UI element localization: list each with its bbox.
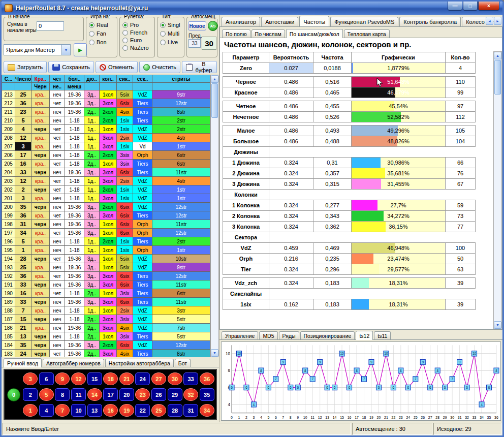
freq-probability-cell[interactable]: 0.324: [269, 264, 313, 275]
toolbar-clear-button[interactable]: Очистить: [139, 61, 180, 73]
spins-row[interactable]: 20516кра..чет1-182д..1кол3sixTiers6str: [2, 160, 210, 168]
freq-probability-cell[interactable]: 0.324: [269, 200, 313, 211]
chevron-down-icon[interactable]: ▼: [61, 45, 70, 55]
spins-scrollbar[interactable]: ▲ ▼: [210, 75, 219, 357]
board-number-3[interactable]: 3: [23, 372, 38, 385]
input-tab-3[interactable]: Бот: [175, 359, 191, 367]
freq-probability-cell[interactable]: 0.486: [269, 87, 313, 98]
titlebar[interactable]: HelperRoullet 8.7 - create helperroullet…: [2, 2, 502, 15]
freq-probability-cell[interactable]: 0.324: [269, 157, 313, 168]
spins-column-header[interactable]: стриты: [152, 75, 210, 83]
close-button[interactable]: ×: [478, 2, 499, 11]
spins-row[interactable]: 2094чернчет1-181д..1кол1sixVdZ2str: [2, 125, 210, 134]
ts-tab-5[interactable]: ts11: [374, 331, 391, 339]
roulette-radio-euro[interactable]: Euro: [122, 37, 149, 44]
board-number-31[interactable]: 31: [183, 404, 198, 417]
board-number-20[interactable]: 20: [119, 388, 134, 401]
freq-column-header[interactable]: Кол-во: [445, 52, 476, 63]
main-tab-1[interactable]: Автоставки: [261, 17, 298, 26]
spins-row[interactable]: 19016кра..чет1-182д..1кол3sixTiers6str: [2, 289, 210, 298]
toolbar-cancel-button[interactable]: Отменить: [96, 61, 138, 73]
freq-row[interactable]: 1 Колонка0.3240,27727,7%59: [223, 200, 492, 211]
spins-row[interactable]: 19133черннеч19-363д..3кол6sixTiers11str: [2, 280, 210, 289]
board-number-0[interactable]: 0: [7, 388, 20, 401]
spins-column-header[interactable]: С...: [2, 75, 15, 83]
freq-probability-cell[interactable]: 0.216: [269, 253, 313, 264]
board-number-17[interactable]: 17: [103, 388, 118, 401]
spins-scrollbar-thumb[interactable]: [211, 83, 218, 118]
spins-row[interactable]: 21236кра..чет19-363д..3кол6sixTiers12str: [2, 99, 210, 108]
spins-column-header[interactable]: сик..: [117, 75, 133, 83]
spins-row[interactable]: 18933черннеч19-363д..3кол6sixTiers11str: [2, 298, 210, 306]
toolbar-clipboard-button[interactable]: В буфер: [182, 61, 217, 73]
board-number-1[interactable]: 1: [23, 404, 38, 417]
type-radio-multi[interactable]: Multi: [160, 30, 180, 37]
board-number-7[interactable]: 7: [55, 404, 70, 417]
spins-column-header[interactable]: Число: [15, 75, 32, 83]
type-radio-singl[interactable]: Singl: [160, 21, 180, 28]
scroll-up-icon[interactable]: ▲: [494, 52, 501, 59]
freq-row[interactable]: 2 Колонка0.3240,34334,272%73: [223, 210, 492, 222]
main-tab-4[interactable]: Контроль банкролла: [399, 17, 461, 26]
spins-row[interactable]: 19936кра..чет19-363д..3кол6sixTiers12str: [2, 211, 210, 220]
spins-row[interactable]: 20617черннеч1-182д..2кол3sixOrph6str: [2, 151, 210, 160]
spins-row[interactable]: 1965кра..неч1-181д..2кол1sixTiers2str: [2, 237, 210, 246]
spins-row[interactable]: 18435черннеч19-363д..2кол6sixVdZ12str: [2, 341, 210, 350]
spins-row[interactable]: 21325кра..неч19-363д..1кол5sixVdZ9str: [2, 90, 210, 99]
game-radio-bon[interactable]: Bon: [89, 39, 108, 46]
board-number-6[interactable]: 6: [39, 372, 54, 385]
freq-probability-cell[interactable]: 0.486: [269, 136, 313, 147]
board-number-15[interactable]: 15: [87, 372, 102, 385]
freq-probability-cell[interactable]: 0.486: [269, 101, 313, 112]
spins-column-header[interactable]: сек..: [133, 75, 152, 83]
main-tab-3[interactable]: Функционал PsevdoMS: [330, 17, 398, 26]
freq-row[interactable]: 1six0.1620,18318,31%39: [223, 299, 492, 310]
board-number-29[interactable]: 29: [168, 388, 182, 401]
freq-row[interactable]: Orph0.2160,23523,474%50: [223, 253, 492, 264]
freq-row[interactable]: 3 Дюжина0.3240,31531,455%67: [223, 178, 492, 190]
board-number-26[interactable]: 26: [151, 388, 166, 401]
type-radio-live[interactable]: Live: [160, 39, 180, 46]
ts-tab-0[interactable]: Управление: [222, 331, 258, 339]
input-tab-1[interactable]: Автограббер номеров: [43, 359, 104, 367]
freq-probability-cell[interactable]: 0.324: [269, 178, 313, 190]
spins-row[interactable]: 18324чернчет19-362д..3кол4sixTiers8str: [2, 350, 210, 357]
freq-row[interactable]: 2 Дюжина0.3240,35735,681%76: [223, 168, 492, 179]
freq-row[interactable]: Нечетное0.4860,52652,582%112: [223, 111, 492, 122]
spins-row[interactable]: 1887кра..неч1-181д..1кол2sixVdZ3str: [2, 306, 210, 315]
spins-column-header[interactable]: чет: [50, 75, 65, 83]
spins-row[interactable]: 18715черннеч1-182д..3кол3sixVdZ5str: [2, 315, 210, 324]
freq-row[interactable]: 3 Колонка0.3240,36236,15%77: [223, 221, 492, 232]
board-number-14[interactable]: 14: [87, 388, 102, 401]
start-sum-input[interactable]: [37, 21, 64, 30]
play-button[interactable]: ►: [74, 43, 87, 56]
spins-row[interactable]: 19325кра..неч19-363д..1кол5sixVdZ9str: [2, 263, 210, 272]
freq-row[interactable]: Малое0.4860,49349,296%105: [223, 125, 492, 136]
scroll-down-icon[interactable]: ▼: [211, 349, 218, 357]
board-number-23[interactable]: 23: [135, 388, 150, 401]
freq-probability-cell[interactable]: 0.162: [269, 299, 313, 310]
roulette-radio-pro[interactable]: Pro: [122, 21, 149, 28]
board-number-10[interactable]: 10: [71, 404, 86, 417]
board-number-32[interactable]: 32: [183, 388, 198, 401]
as-badge[interactable]: AS: [208, 21, 218, 31]
freq-row[interactable]: Zero0.0270,01881,8779%4: [223, 63, 492, 74]
spins-row[interactable]: 2073кра..неч1-181д..3кол1sixVd1str: [2, 142, 210, 151]
freq-row[interactable]: Vdz_zch0.3240,18318,31%39: [223, 277, 492, 289]
freq-column-header[interactable]: Графически: [351, 52, 446, 63]
board-number-8[interactable]: 8: [55, 388, 70, 401]
board-number-30[interactable]: 30: [168, 372, 182, 385]
main-tab-2[interactable]: Частоты: [299, 16, 329, 27]
spins-row[interactable]: 20035черннеч19-363д..2кол6sixVdZ12str: [2, 203, 210, 211]
board-number-13[interactable]: 13: [87, 404, 102, 417]
ts-tab-4[interactable]: ts12: [356, 331, 373, 340]
ts-tab-2[interactable]: Ряды: [279, 331, 299, 339]
board-number-2[interactable]: 2: [23, 388, 38, 401]
tab-scroll-left-icon[interactable]: ◄: [486, 17, 493, 25]
freq-tab-2[interactable]: По шансам/дюж/кол: [286, 29, 343, 38]
board-number-24[interactable]: 24: [135, 372, 150, 385]
freq-probability-cell[interactable]: 0.324: [269, 221, 313, 232]
scroll-up-icon[interactable]: ▲: [211, 75, 218, 83]
frequencies-scrollbar-thumb[interactable]: [494, 60, 501, 95]
spins-row[interactable]: 20433черннеч19-363д..3кол6sixTiers11str: [2, 168, 210, 177]
